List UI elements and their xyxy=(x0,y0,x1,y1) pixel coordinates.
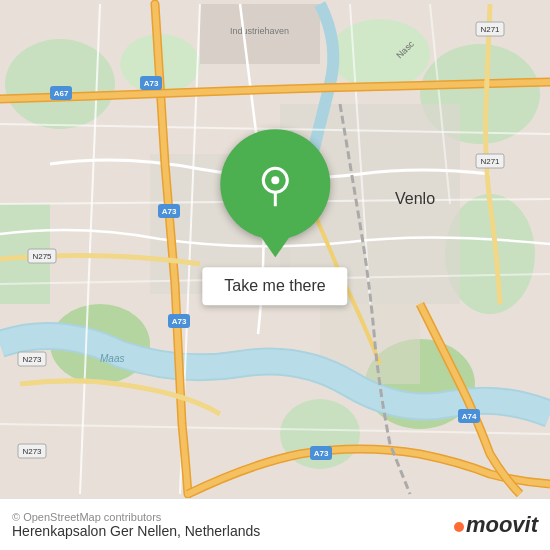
svg-text:Industriehaven: Industriehaven xyxy=(230,26,289,36)
svg-point-9 xyxy=(330,19,430,89)
svg-text:A73: A73 xyxy=(314,449,329,458)
svg-text:N271: N271 xyxy=(480,25,500,34)
svg-text:A73: A73 xyxy=(162,207,177,216)
map-area: Industriehaven Maas xyxy=(0,0,550,498)
svg-text:A73: A73 xyxy=(172,317,187,326)
footer-left: © OpenStreetMap contributors Herenkapsal… xyxy=(12,511,260,539)
popup-overlay: Take me there xyxy=(202,129,347,305)
svg-text:N271: N271 xyxy=(480,157,500,166)
svg-text:N275: N275 xyxy=(32,252,52,261)
location-name: Herenkapsalon Ger Nellen, Netherlands xyxy=(12,523,260,539)
svg-text:A74: A74 xyxy=(462,412,477,421)
take-me-there-button[interactable]: Take me there xyxy=(202,267,347,305)
svg-text:A67: A67 xyxy=(54,89,69,98)
moovit-text: moovit xyxy=(454,512,538,538)
moovit-logo: moovit xyxy=(454,512,538,538)
app-container: Industriehaven Maas xyxy=(0,0,550,550)
moovit-dot xyxy=(454,522,464,532)
svg-text:Venlo: Venlo xyxy=(395,190,435,207)
copyright-text: © OpenStreetMap contributors xyxy=(12,511,260,523)
svg-point-49 xyxy=(271,176,279,184)
svg-text:N273: N273 xyxy=(22,355,42,364)
location-pin-icon xyxy=(253,162,297,206)
svg-text:Maas: Maas xyxy=(100,353,124,364)
svg-text:N273: N273 xyxy=(22,447,42,456)
svg-text:A73: A73 xyxy=(144,79,159,88)
footer-bar: © OpenStreetMap contributors Herenkapsal… xyxy=(0,498,550,550)
location-bubble xyxy=(220,129,330,239)
